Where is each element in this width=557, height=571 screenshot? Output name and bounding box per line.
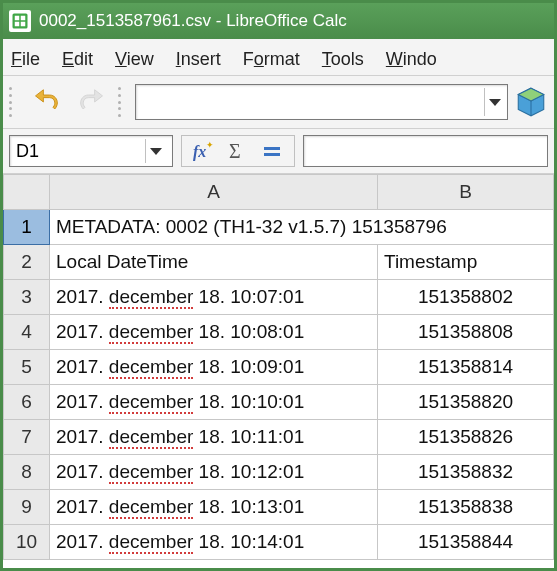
svg-text:✦: ✦ (206, 140, 214, 150)
extension-button[interactable] (514, 83, 548, 121)
formula-input[interactable] (303, 135, 548, 167)
menu-tools[interactable]: Tools (322, 49, 364, 70)
redo-icon (78, 88, 106, 116)
cell[interactable]: 2017. december 18. 10:14:01 (50, 525, 378, 560)
cell[interactable]: 151358832 (378, 455, 554, 490)
title-bar: 0002_1513587961.csv - LibreOffice Calc (3, 3, 554, 39)
menu-bar: File Edit View Insert Format Tools Windo (3, 39, 554, 76)
row-header[interactable]: 10 (4, 525, 50, 560)
row-9: 9 2017. december 18. 10:13:01 151358838 (4, 490, 554, 525)
cell[interactable]: 151358808 (378, 315, 554, 350)
sigma-icon: Σ (226, 139, 250, 163)
toolbar-grip (9, 87, 16, 117)
menu-window[interactable]: Windo (386, 49, 437, 70)
name-box-value: D1 (16, 141, 39, 162)
fx-icon: fx✦ (192, 139, 216, 163)
row-header[interactable]: 5 (4, 350, 50, 385)
row-4: 4 2017. december 18. 10:08:01 151358808 (4, 315, 554, 350)
row-header[interactable]: 4 (4, 315, 50, 350)
cell[interactable]: 151358820 (378, 385, 554, 420)
menu-format[interactable]: Format (243, 49, 300, 70)
equals-button[interactable] (260, 139, 284, 163)
row-3: 3 2017. december 18. 10:07:01 151358802 (4, 280, 554, 315)
toolbar-grip-2 (118, 87, 125, 117)
cell[interactable]: 151358814 (378, 350, 554, 385)
chevron-down-icon (484, 88, 505, 116)
cell[interactable]: Timestamp (378, 245, 554, 280)
cell[interactable]: Local DateTime (50, 245, 378, 280)
formula-bar: D1 fx✦ Σ (3, 129, 554, 174)
row-header[interactable]: 8 (4, 455, 50, 490)
row-8: 8 2017. december 18. 10:12:01 151358832 (4, 455, 554, 490)
svg-text:Σ: Σ (229, 140, 241, 162)
row-2: 2 Local DateTime Timestamp (4, 245, 554, 280)
menu-insert[interactable]: Insert (176, 49, 221, 70)
function-wizard-button[interactable]: fx✦ (192, 139, 216, 163)
sum-button[interactable]: Σ (226, 139, 250, 163)
menu-edit[interactable]: Edit (62, 49, 93, 70)
svg-text:fx: fx (193, 143, 206, 161)
svg-rect-9 (264, 153, 280, 156)
cell[interactable]: 2017. december 18. 10:11:01 (50, 420, 378, 455)
undo-icon (32, 88, 60, 116)
cell[interactable]: 151358826 (378, 420, 554, 455)
cell[interactable]: 2017. december 18. 10:13:01 (50, 490, 378, 525)
cell[interactable]: 151358802 (378, 280, 554, 315)
cell[interactable]: 2017. december 18. 10:09:01 (50, 350, 378, 385)
name-box[interactable]: D1 (9, 135, 173, 167)
col-header-B[interactable]: B (378, 175, 554, 210)
window-title: 0002_1513587961.csv - LibreOffice Calc (39, 11, 347, 31)
svg-rect-1 (15, 16, 20, 21)
chevron-down-icon (145, 139, 166, 163)
toolbar (3, 76, 554, 129)
row-header[interactable]: 3 (4, 280, 50, 315)
row-header[interactable]: 1 (4, 210, 50, 245)
cell[interactable]: 2017. december 18. 10:10:01 (50, 385, 378, 420)
column-header-row: A B (4, 175, 554, 210)
equals-icon (260, 139, 284, 163)
cell[interactable]: 151358838 (378, 490, 554, 525)
menu-file[interactable]: File (11, 49, 40, 70)
cube-icon (514, 85, 548, 119)
row-header[interactable]: 7 (4, 420, 50, 455)
row-7: 7 2017. december 18. 10:11:01 151358826 (4, 420, 554, 455)
menu-view[interactable]: View (115, 49, 154, 70)
font-name-combo[interactable] (135, 84, 508, 120)
row-5: 5 2017. december 18. 10:09:01 151358814 (4, 350, 554, 385)
row-header[interactable]: 9 (4, 490, 50, 525)
col-header-A[interactable]: A (50, 175, 378, 210)
app-icon (9, 10, 31, 32)
redo-button[interactable] (72, 82, 112, 122)
svg-rect-2 (21, 16, 26, 21)
cell[interactable]: METADATA: 0002 (TH1-32 v1.5.7) 151358796 (50, 210, 554, 245)
svg-rect-3 (15, 22, 20, 27)
svg-rect-4 (21, 22, 26, 27)
svg-rect-8 (264, 147, 280, 150)
undo-button[interactable] (26, 82, 66, 122)
row-header[interactable]: 6 (4, 385, 50, 420)
row-6: 6 2017. december 18. 10:10:01 151358820 (4, 385, 554, 420)
select-all-corner[interactable] (4, 175, 50, 210)
row-1: 1 METADATA: 0002 (TH1-32 v1.5.7) 1513587… (4, 210, 554, 245)
cell[interactable]: 2017. december 18. 10:12:01 (50, 455, 378, 490)
cell[interactable]: 2017. december 18. 10:07:01 (50, 280, 378, 315)
formula-buttons: fx✦ Σ (181, 135, 295, 167)
cell[interactable]: 2017. december 18. 10:08:01 (50, 315, 378, 350)
app-window: 0002_1513587961.csv - LibreOffice Calc F… (0, 0, 557, 571)
spreadsheet-grid[interactable]: A B 1 METADATA: 0002 (TH1-32 v1.5.7) 151… (3, 174, 554, 568)
row-header[interactable]: 2 (4, 245, 50, 280)
cell[interactable]: 151358844 (378, 525, 554, 560)
row-10: 10 2017. december 18. 10:14:01 151358844 (4, 525, 554, 560)
